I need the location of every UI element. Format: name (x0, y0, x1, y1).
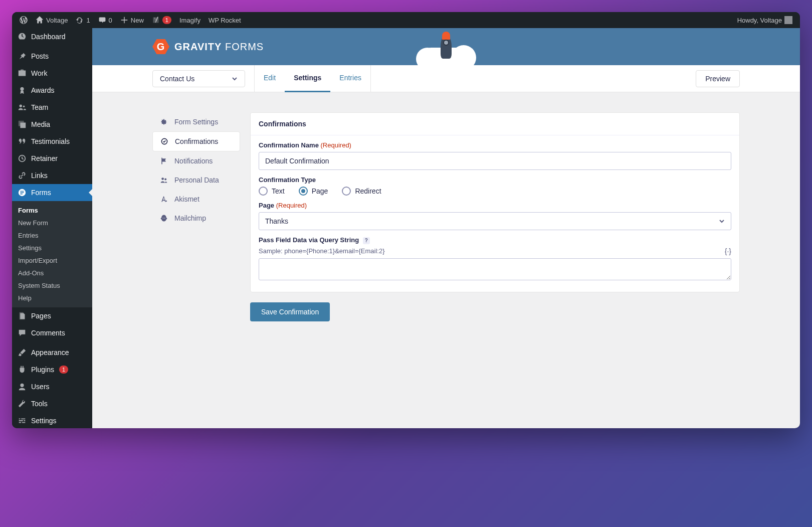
sidebar-item-settings[interactable]: Settings (12, 412, 92, 428)
sidebar-item-label: Posts (31, 52, 49, 60)
chevron-down-icon (719, 218, 725, 224)
query-string-input[interactable] (259, 258, 731, 280)
submenu-addons[interactable]: Add-Ons (12, 267, 92, 279)
required-marker: (Required) (276, 202, 307, 209)
mailchimp-icon (159, 214, 168, 223)
brand-bold: GRAVITY (174, 41, 222, 52)
sidebar-item-media[interactable]: Media (12, 116, 92, 133)
submenu-forms[interactable]: Forms (12, 204, 92, 217)
merge-tag-icon[interactable]: {·} (725, 247, 731, 255)
cog-icon (159, 117, 168, 126)
sidebar-item-label: Work (31, 69, 47, 77)
page-select[interactable]: Thanks (259, 212, 731, 230)
radio-option-page[interactable]: Page (299, 187, 328, 196)
settings-nav-label: Akismet (174, 195, 199, 203)
submenu-entries[interactable]: Entries (12, 229, 92, 242)
svg-point-9 (166, 201, 167, 202)
settings-nav-akismet[interactable]: Akismet (152, 190, 240, 209)
sidebar-item-label: Forms (31, 189, 51, 197)
sidebar-item-plugins[interactable]: Plugins 1 (12, 361, 92, 378)
sidebar-item-label: Dashboard (31, 33, 66, 41)
submenu-system-status[interactable]: System Status (12, 279, 92, 292)
sidebar-item-comments[interactable]: Comments (12, 324, 92, 341)
submenu-settings[interactable]: Settings (12, 242, 92, 254)
imagify-menu[interactable]: Imagify (176, 12, 204, 28)
preview-button[interactable]: Preview (696, 70, 740, 87)
settings-nav-label: Form Settings (174, 118, 218, 126)
confirmation-name-input[interactable] (259, 152, 731, 170)
sidebar-item-forms[interactable]: Forms (12, 184, 92, 201)
forms-icon (17, 188, 27, 198)
sidebar-item-testimonials[interactable]: Testimonials (12, 133, 92, 150)
radio-option-redirect[interactable]: Redirect (342, 187, 381, 196)
wp-rocket-label: WP Rocket (209, 17, 241, 24)
tab-entries[interactable]: Entries (330, 65, 370, 92)
svg-point-2 (23, 105, 25, 107)
chevron-down-icon (232, 76, 238, 82)
submenu-import-export[interactable]: Import/Export (12, 254, 92, 267)
submenu-help[interactable]: Help (12, 292, 92, 304)
sidebar-item-tools[interactable]: Tools (12, 395, 92, 412)
form-switcher[interactable]: Contact Us (152, 70, 245, 87)
query-string-label: Pass Field Data via Query String ? (259, 236, 731, 244)
submenu-new-form[interactable]: New Form (12, 217, 92, 229)
form-switcher-label: Contact Us (160, 75, 194, 83)
required-marker: (Required) (321, 141, 351, 149)
sidebar-item-work[interactable]: Work (12, 65, 92, 82)
settings-nav-mailchimp[interactable]: Mailchimp (152, 209, 240, 228)
radio-option-text[interactable]: Text (259, 187, 285, 196)
settings-nav-form-settings[interactable]: Form Settings (152, 112, 240, 131)
new-content-menu[interactable]: New (117, 12, 147, 28)
updates-menu[interactable]: 1 (72, 12, 93, 28)
flag-icon (159, 156, 168, 165)
settings-nav-notifications[interactable]: Notifications (152, 151, 240, 170)
panel-title: Confirmations (251, 113, 739, 135)
plugins-badge: 1 (59, 366, 68, 374)
sidebar-item-appearance[interactable]: Appearance (12, 344, 92, 361)
new-label: New (131, 17, 144, 24)
rocket-illustration (416, 28, 476, 65)
settings-nav-personal-data[interactable]: Personal Data (152, 170, 240, 190)
tab-settings[interactable]: Settings (285, 65, 330, 92)
app-window: Voltage 1 0 New (12, 12, 800, 428)
link-icon (17, 170, 27, 181)
gravity-forms-header: G GRAVITY FORMS (92, 28, 800, 65)
account-menu[interactable]: Howdy, Voltage (734, 12, 796, 28)
akismet-icon (159, 195, 168, 204)
wp-logo-menu[interactable] (16, 12, 31, 28)
confirmations-panel: Confirmations Confirmation Name (Require… (250, 112, 740, 292)
sidebar-item-retainer[interactable]: Retainer (12, 150, 92, 167)
settings-nav-confirmations[interactable]: Confirmations (152, 131, 240, 151)
sidebar-item-label: Team (31, 103, 48, 111)
sidebar-item-users[interactable]: Users (12, 378, 92, 395)
sidebar-item-dashboard[interactable]: Dashboard (12, 28, 92, 45)
comments-count: 0 (109, 17, 112, 24)
sidebar-item-label: Settings (31, 417, 57, 425)
sidebar-item-label: Users (31, 383, 50, 391)
sidebar-item-label: Tools (31, 400, 48, 408)
yoast-menu[interactable]: 1 (148, 12, 175, 28)
sidebar-item-label: Awards (31, 86, 54, 94)
sidebar-item-label: Retainer (31, 154, 58, 162)
sidebar-item-pages[interactable]: Pages (12, 307, 92, 324)
pin-icon (17, 51, 27, 61)
page-select-value: Thanks (265, 217, 288, 225)
page-label: Page (Required) (259, 202, 731, 209)
user-icon (17, 382, 27, 392)
sidebar-item-team[interactable]: Team (12, 99, 92, 116)
svg-point-5 (20, 384, 24, 387)
site-name-menu[interactable]: Voltage (32, 12, 71, 28)
help-icon[interactable]: ? (363, 237, 370, 244)
svg-point-7 (161, 178, 164, 180)
sidebar-item-links[interactable]: Links (12, 167, 92, 184)
comments-menu[interactable]: 0 (95, 12, 116, 28)
sidebar-item-label: Plugins (31, 366, 54, 374)
sidebar-forms-submenu: Forms New Form Entries Settings Import/E… (12, 201, 92, 307)
admin-bar: Voltage 1 0 New (12, 12, 800, 28)
sidebar-item-awards[interactable]: Awards (12, 82, 92, 99)
save-confirmation-button[interactable]: Save Confirmation (250, 302, 330, 321)
sidebar-item-posts[interactable]: Posts (12, 48, 92, 65)
tab-edit[interactable]: Edit (255, 65, 285, 92)
wp-rocket-menu[interactable]: WP Rocket (205, 12, 245, 28)
pages-icon (17, 311, 27, 321)
